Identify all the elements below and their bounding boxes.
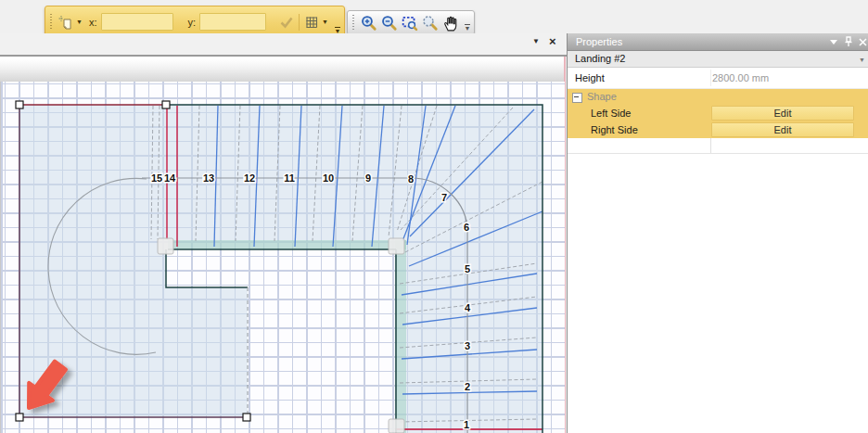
shape-section-title: Shape xyxy=(587,89,617,105)
zoom-toolbar: ▼ xyxy=(347,10,475,35)
grid-dropdown-icon[interactable]: ▼ xyxy=(322,19,328,25)
draw-shape-dropdown-icon[interactable]: ▼ xyxy=(76,19,83,25)
element-selector-dropdown-icon[interactable]: ▼ xyxy=(859,52,865,68)
apply-coordinates-icon[interactable] xyxy=(277,13,296,32)
zoom-extents-icon[interactable] xyxy=(420,13,440,32)
empty-property-row xyxy=(568,138,868,154)
zoom-out-icon[interactable] xyxy=(379,13,400,32)
svg-text:14: 14 xyxy=(164,172,176,184)
column-divider xyxy=(710,70,711,86)
column-divider xyxy=(710,138,711,153)
toolbar-grip[interactable] xyxy=(49,14,53,31)
right-side-edit-button[interactable]: Edit xyxy=(711,122,854,137)
right-side-row: Right Side Edit xyxy=(568,121,868,138)
selected-element-label: Landing #2 xyxy=(575,53,625,64)
svg-text:13: 13 xyxy=(203,172,214,184)
zoom-window-icon[interactable] xyxy=(400,13,420,32)
shape-section-header[interactable]: Shape xyxy=(568,89,868,105)
collapse-icon[interactable] xyxy=(572,93,582,103)
properties-panel: Properties Landing #2 ▼ Height 2800.00 m… xyxy=(567,33,868,433)
pin-icon[interactable] xyxy=(844,36,853,47)
svg-text:8: 8 xyxy=(408,173,414,185)
y-input[interactable] xyxy=(199,13,266,31)
height-property-row[interactable]: Height 2800.00 mm xyxy=(568,68,868,89)
shape-section: Shape Left Side Edit Right Side Edit xyxy=(568,89,868,138)
svg-text:1: 1 xyxy=(464,419,469,430)
svg-text:15: 15 xyxy=(151,172,162,184)
svg-text:5: 5 xyxy=(465,263,470,274)
panel-menu-icon[interactable] xyxy=(829,38,838,45)
svg-text:10: 10 xyxy=(323,172,334,184)
x-input[interactable] xyxy=(101,13,173,31)
tab-close-icon[interactable]: × xyxy=(549,34,556,48)
pan-icon[interactable] xyxy=(440,13,461,32)
properties-title: Properties xyxy=(576,36,622,47)
svg-text:12: 12 xyxy=(244,172,255,184)
stair-plan-canvas[interactable]: 15 14 13 12 11 10 9 8 7 6 5 4 3 2 1 xyxy=(0,82,565,433)
y-label: y: xyxy=(188,17,197,28)
element-selector[interactable]: Landing #2 ▼ xyxy=(568,51,868,68)
properties-titlebar[interactable]: Properties xyxy=(568,33,868,51)
right-side-label: Right Side xyxy=(591,121,638,138)
left-side-edit-button[interactable]: Edit xyxy=(711,106,854,121)
panel-close-icon[interactable] xyxy=(859,38,867,46)
canvas-header-bar xyxy=(0,57,564,83)
toolbar-separator xyxy=(299,14,300,31)
svg-text:6: 6 xyxy=(464,222,469,233)
left-side-row: Left Side Edit xyxy=(568,105,868,121)
tab-list-dropdown-icon[interactable]: ▼ xyxy=(532,37,540,45)
svg-text:4: 4 xyxy=(465,302,471,313)
grid-snap-icon[interactable] xyxy=(302,13,321,32)
application-window: ▼ x: y: ▼ ▼ xyxy=(0,0,868,433)
zoom-toolbar-grip[interactable] xyxy=(351,15,355,32)
svg-text:11: 11 xyxy=(284,172,295,184)
svg-text:9: 9 xyxy=(365,172,371,184)
height-value[interactable]: 2800.00 mm xyxy=(712,68,769,88)
svg-text:3: 3 xyxy=(465,340,470,351)
x-label: x: xyxy=(89,17,97,28)
document-tabstrip: ▼ × xyxy=(0,33,567,57)
draw-shape-icon[interactable] xyxy=(57,13,75,32)
toolbar-row: ▼ x: y: ▼ ▼ xyxy=(0,0,868,34)
left-side-label: Left Side xyxy=(591,105,631,121)
zoom-in-icon[interactable] xyxy=(359,13,379,32)
svg-text:7: 7 xyxy=(441,192,447,203)
height-label: Height xyxy=(575,68,605,88)
svg-text:2: 2 xyxy=(465,381,470,392)
zoom-toolbar-overflow-icon[interactable]: ▼ xyxy=(463,23,472,33)
